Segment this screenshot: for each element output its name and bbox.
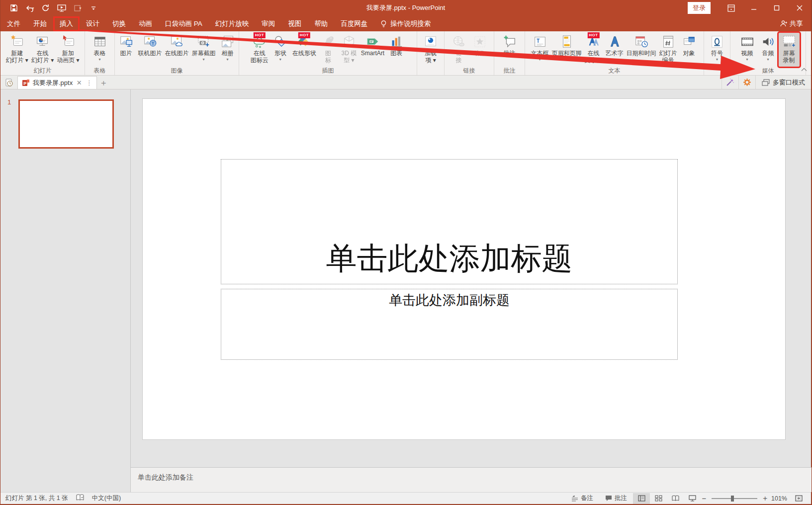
web-pictures-button[interactable]: 在线图片 xyxy=(164,33,190,67)
document-history-icon[interactable] xyxy=(2,76,15,89)
comment-button[interactable]: 批注 xyxy=(499,33,520,67)
ribbon-tab-动画[interactable]: 动画 xyxy=(132,16,159,31)
new-slide-label: 幻灯片 ▾ xyxy=(5,57,28,64)
notes-toggle[interactable]: 备注 xyxy=(565,493,599,505)
save-button[interactable] xyxy=(6,1,21,14)
settings-gear-icon[interactable] xyxy=(738,76,755,89)
ribbon-tab-开始[interactable]: 开始 xyxy=(27,16,53,31)
online-word-cloud-button[interactable]: HOT在线文字云 xyxy=(583,33,604,67)
header-footer-button[interactable]: 页眉和页脚 xyxy=(550,33,583,67)
document-tab-active[interactable]: P 我要录屏.pptx ✕ ⋮ xyxy=(17,76,97,89)
ribbon-tab-视图[interactable]: 视图 xyxy=(281,16,308,31)
table-dropdown-icon[interactable]: ▾ xyxy=(98,57,100,62)
headerfooter-icon xyxy=(559,34,575,50)
audio-button[interactable]: 音频▾ xyxy=(758,33,779,67)
ribbon-tab-文件[interactable]: 文件 xyxy=(0,16,27,31)
text-box-button[interactable]: 文本框▾ xyxy=(530,33,550,67)
object-button[interactable]: 对象 xyxy=(679,33,700,67)
zoom-in-button[interactable]: ＋ xyxy=(761,494,768,503)
undo-button[interactable]: ▾ xyxy=(22,1,37,14)
tab-more-icon[interactable]: ⋮ xyxy=(86,79,92,86)
online-slides-button[interactable]: 在线幻灯片 ▾ xyxy=(30,33,55,67)
close-button[interactable] xyxy=(788,0,811,16)
slide-canvas[interactable]: 单击此处添加标题 单击此处添加副标题 xyxy=(142,98,786,440)
ribbon-tab-幻灯片放映[interactable]: 幻灯片放映 xyxy=(209,16,256,31)
video-dropdown-icon[interactable]: ▾ xyxy=(746,57,748,62)
icons-label: 图 xyxy=(325,50,331,57)
language-indicator[interactable]: 中文(中国) xyxy=(92,494,121,503)
new-slide-button[interactable]: 新建幻灯片 ▾ xyxy=(4,33,29,67)
zoom-out-button[interactable]: − xyxy=(701,494,708,503)
date-time-button[interactable]: 日期和时间 xyxy=(625,33,658,67)
online-pictures-button[interactable]: 联机图片 xyxy=(137,33,164,67)
touch-mode-button[interactable]: ▾ xyxy=(70,1,85,14)
zoom-level[interactable]: 101% xyxy=(768,495,790,502)
shapes-button[interactable]: 形状▾ xyxy=(270,33,291,67)
online-shapes-button[interactable]: HOT在线形状 xyxy=(291,33,318,67)
ribbon-tab-设计[interactable]: 设计 xyxy=(80,16,106,31)
login-button[interactable]: 登录 xyxy=(688,2,711,14)
collapse-ribbon-button[interactable] xyxy=(801,65,807,74)
chart-button[interactable]: 图表 xyxy=(386,33,407,67)
add-ins-button[interactable]: 加载项 ▾ xyxy=(420,33,441,67)
ribbon-tab-帮助[interactable]: 帮助 xyxy=(308,16,334,31)
hot-badge: HOT xyxy=(587,32,599,38)
magic-wand-icon[interactable] xyxy=(722,76,738,89)
audio-dropdown-icon[interactable]: ▾ xyxy=(767,57,769,62)
undo-dropdown-icon[interactable]: ▾ xyxy=(32,6,34,10)
slide-sorter-view-button[interactable] xyxy=(650,493,667,504)
photo-album-dropdown-icon[interactable]: ▾ xyxy=(226,57,228,62)
symbol-button[interactable]: 符号▾ xyxy=(707,33,727,67)
close-tab-icon[interactable]: ✕ xyxy=(76,79,83,86)
wordart-dropdown-icon[interactable]: ▾ xyxy=(613,57,615,62)
comments-toggle[interactable]: 批注 xyxy=(599,493,633,505)
ribbon-tab-插入[interactable]: 插入 xyxy=(53,16,80,31)
video-button[interactable]: 视频▾ xyxy=(737,33,758,67)
wordart-label: 艺术字 xyxy=(606,50,624,57)
spell-check-icon[interactable] xyxy=(76,494,84,503)
lightbulb-icon xyxy=(380,20,387,28)
multi-window-mode-button[interactable]: 多窗口模式 xyxy=(755,76,811,89)
maximize-button[interactable] xyxy=(765,0,788,16)
ribbon-display-options-button[interactable] xyxy=(720,0,742,16)
fit-to-window-button[interactable] xyxy=(790,493,807,504)
ribbon-tab-切换[interactable]: 切换 xyxy=(106,16,132,31)
slide-number-button[interactable]: 幻灯片编号 xyxy=(658,33,679,67)
ribbon-tab-审阅[interactable]: 审阅 xyxy=(255,16,281,31)
start-slideshow-button[interactable] xyxy=(54,1,69,14)
new-animation-page-button[interactable]: 新加动画页 ▾ xyxy=(55,33,81,67)
normal-view-button[interactable] xyxy=(633,493,650,504)
photo-album-button[interactable]: 相册▾ xyxy=(217,33,238,67)
shapes-dropdown-icon[interactable]: ▾ xyxy=(279,57,281,62)
customize-qat-button[interactable] xyxy=(86,1,101,14)
reading-view-button[interactable] xyxy=(667,493,684,504)
slideshow-view-button[interactable] xyxy=(684,493,701,504)
subtitle-placeholder[interactable]: 单击此处添加副标题 xyxy=(221,289,678,360)
share-button[interactable]: 共享 xyxy=(780,19,811,28)
tell-me-search[interactable]: 操作说明搜索 xyxy=(374,19,437,28)
wordart-button[interactable]: 艺术字▾ xyxy=(604,33,625,67)
minimize-button[interactable] xyxy=(742,0,765,16)
symbol-dropdown-icon[interactable]: ▾ xyxy=(716,57,718,62)
title-placeholder[interactable]: 单击此处添加标题 xyxy=(221,159,678,284)
screenshot-button[interactable]: 屏幕截图▾ xyxy=(190,33,217,67)
notes-pane[interactable]: 单击此处添加备注 xyxy=(131,467,812,492)
text-box-dropdown-icon[interactable]: ▾ xyxy=(539,57,541,62)
table-button[interactable]: 表格▾ xyxy=(90,33,110,67)
new-tab-button[interactable]: ＋ xyxy=(97,76,110,89)
screenshot-dropdown-icon[interactable]: ▾ xyxy=(202,57,204,62)
smartart-button[interactable]: SmartArt xyxy=(360,33,386,67)
ribbon-tab-口袋动画 PA[interactable]: 口袋动画 PA xyxy=(159,16,209,31)
online-icon-cloud-button[interactable]: HOT在线图标云 xyxy=(249,33,270,67)
zoom-slider[interactable] xyxy=(712,498,757,499)
redo-button[interactable] xyxy=(38,1,53,14)
screen-recording-button[interactable]: 屏幕录制 xyxy=(779,33,800,67)
zoom-slider-handle[interactable] xyxy=(731,496,734,502)
touch-mode-dropdown-icon[interactable]: ▾ xyxy=(79,6,81,10)
panel-splitter[interactable] xyxy=(130,89,131,492)
ribbon-tab-百度网盘[interactable]: 百度网盘 xyxy=(334,16,374,31)
pictures-button[interactable]: 图片 xyxy=(116,33,137,67)
pictures-label: 图片 xyxy=(120,50,132,57)
slide-thumbnail-1[interactable] xyxy=(18,99,114,149)
online-shapes-icon: HOT xyxy=(296,34,312,50)
